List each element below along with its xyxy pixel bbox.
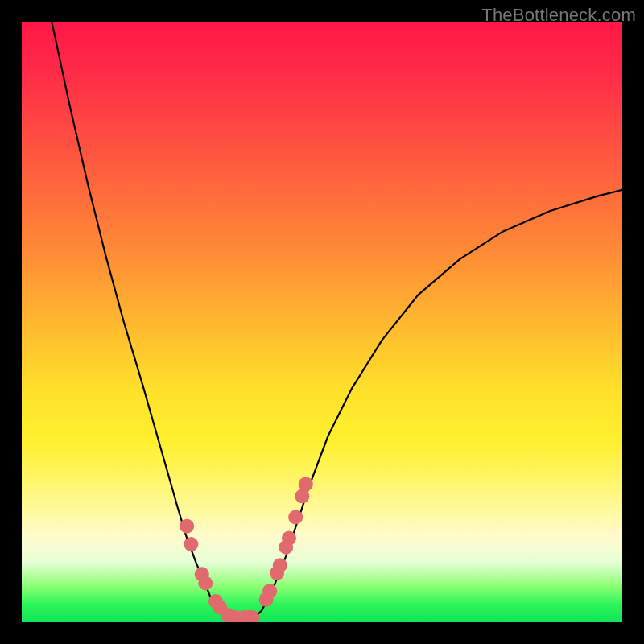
highlight-dot [184, 537, 198, 551]
highlight-dot [299, 477, 313, 491]
highlight-dots [22, 22, 622, 622]
highlight-dot [282, 531, 296, 546]
highlight-dot [262, 584, 277, 598]
chart-frame: TheBottleneck.com [0, 0, 644, 644]
watermark-text: TheBottleneck.com [481, 5, 636, 26]
highlight-dot [180, 519, 194, 534]
highlight-dot [198, 576, 213, 591]
chart-plot-area [22, 22, 622, 622]
highlight-dot [288, 510, 303, 524]
highlight-dot [273, 558, 287, 572]
